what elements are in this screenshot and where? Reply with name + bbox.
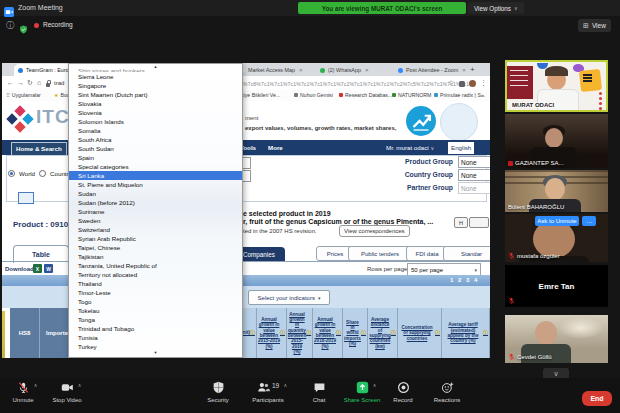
- tab-close-icon[interactable]: ×: [299, 67, 303, 73]
- browser-tab[interactable]: Post Attendee - Zoom×: [394, 64, 472, 76]
- link-button-fdi-data[interactable]: FDI data: [406, 246, 448, 261]
- hs-nomenclature-button-2[interactable]: [469, 217, 489, 228]
- table-header-cell[interactable]: Annual growth in quantity between 2015-2…: [287, 308, 313, 358]
- country-option[interactable]: Syrian Arab Republic: [69, 234, 242, 243]
- word-download-icon[interactable]: W: [44, 264, 53, 273]
- extensions-icon[interactable]: [459, 81, 465, 87]
- toolbar-chat-button[interactable]: Chat: [296, 381, 342, 403]
- view-correspondences-button[interactable]: View correspondences: [339, 225, 410, 237]
- table-header-cell[interactable]: Annual growth in value between 2018-2019…: [313, 308, 343, 358]
- pagination[interactable]: 1 2 3 4: [450, 277, 479, 283]
- country-option[interactable]: Special categories: [69, 162, 242, 171]
- toolbar-security-button[interactable]: Security: [195, 381, 241, 403]
- country-option[interactable]: Timor-Leste: [69, 288, 242, 297]
- excel-download-icon[interactable]: X: [33, 264, 42, 273]
- encryption-shield-icon[interactable]: [19, 20, 28, 29]
- country-option[interactable]: Togo: [69, 297, 242, 306]
- tab-close-icon[interactable]: ×: [365, 67, 369, 73]
- table-header-cell[interactable]: HS8: [10, 308, 40, 358]
- profile-avatar[interactable]: [469, 80, 476, 87]
- end-meeting-button[interactable]: End: [582, 391, 612, 406]
- country-option[interactable]: Sweden: [69, 216, 242, 225]
- country-option[interactable]: Tonga: [69, 315, 242, 324]
- browser-tab[interactable]: Market Access Map×: [236, 64, 320, 76]
- select-indicators-button[interactable]: Select your indicators ▾: [248, 290, 330, 305]
- country-option[interactable]: Slovakia: [69, 99, 242, 108]
- info-icon[interactable]: ⓘ: [483, 330, 488, 336]
- toolbar-participants-button[interactable]: 19∧Participants: [245, 381, 291, 403]
- toolbar-stop-video-button[interactable]: ∧Stop Video: [44, 381, 90, 403]
- chevron-up-icon[interactable]: ∧: [373, 382, 377, 388]
- country-option[interactable]: Sudan (before 2012): [69, 198, 242, 207]
- form-group-input[interactable]: None: [458, 169, 490, 181]
- country-option[interactable]: Somalia: [69, 126, 242, 135]
- link-button-public-tenders[interactable]: Public tenders: [348, 246, 412, 261]
- participant-tile[interactable]: GAZIANTEP SA...: [505, 114, 608, 168]
- country-option[interactable]: Taipei, Chinese: [69, 243, 242, 252]
- info-icon[interactable]: ⓘ: [6, 20, 14, 31]
- form-widget-icon[interactable]: [18, 192, 34, 204]
- country-radio[interactable]: [39, 170, 46, 177]
- back-icon[interactable]: ←: [7, 79, 14, 86]
- info-icon[interactable]: ⓘ: [280, 330, 285, 336]
- more-options-button[interactable]: ⋯: [582, 216, 596, 226]
- info-icon[interactable]: ⓘ: [361, 330, 366, 336]
- toolbar-unmute-button[interactable]: ∧Unmute: [0, 381, 46, 403]
- bookmark-item[interactable]: »: [481, 92, 484, 98]
- info-icon[interactable]: ⓘ: [435, 330, 440, 336]
- participant-tile[interactable]: Bülent BAHAROĞLU: [505, 170, 608, 212]
- toolbar-reactions-button[interactable]: Reactions: [424, 381, 470, 403]
- ask-to-unmute-button[interactable]: Ask to Unmute: [535, 216, 579, 226]
- nav-home-search[interactable]: Home & Search: [11, 142, 67, 156]
- url-text[interactable]: trad: [54, 80, 64, 86]
- nav-user-menu[interactable]: Mr. murat odaci ∨: [386, 144, 434, 151]
- scroll-down-icon[interactable]: ▼: [69, 350, 242, 356]
- country-option[interactable]: Switzerland: [69, 225, 242, 234]
- scroll-up-icon[interactable]: ▲: [69, 64, 242, 70]
- forward-icon[interactable]: →: [17, 79, 24, 86]
- participant-tile[interactable]: Cevdet Güllü: [505, 315, 608, 363]
- gallery-view-button[interactable]: ⊞ View: [578, 19, 611, 32]
- bookmark-item[interactable]: NATURNORM: [392, 92, 431, 98]
- toolbar-share-screen-button[interactable]: ∧Share Screen: [339, 381, 385, 403]
- table-header-cell[interactable]: Average distance of supplying countries …: [368, 308, 398, 358]
- country-option[interactable]: St. Pierre and Miquelon: [69, 180, 242, 189]
- country-option[interactable]: Sudan: [69, 189, 242, 198]
- country-option[interactable]: Tanzania, United Republic of: [69, 261, 242, 270]
- country-option[interactable]: Sierra Leone: [69, 72, 242, 81]
- bookmark-item[interactable]: Primulae radix | S...: [434, 92, 485, 98]
- info-icon[interactable]: ⓘ: [336, 330, 341, 336]
- table-header-cell[interactable]: Concentration of supplying countries ⓘ: [398, 308, 442, 358]
- bookmark-item[interactable]: ⠿Uygulamalar: [6, 92, 41, 98]
- tab-close-icon[interactable]: ×: [462, 67, 466, 73]
- participant-tile[interactable]: Emre Tan: [505, 265, 608, 307]
- country-option[interactable]: Sri Lanka: [69, 171, 242, 180]
- bookmark-item[interactable]: Nuhun Gemisi: [294, 92, 333, 98]
- chevron-up-icon[interactable]: ∧: [283, 382, 287, 388]
- hs-nomenclature-button[interactable]: H: [454, 217, 468, 228]
- country-option[interactable]: South Sudan: [69, 144, 242, 153]
- form-group-input[interactable]: None: [458, 156, 490, 168]
- table-header-cell[interactable]: Annual growth in value between 2015-2019…: [257, 308, 287, 358]
- participant-tile[interactable]: MURAT ODACI: [505, 60, 608, 112]
- country-option[interactable]: Singapore: [69, 81, 242, 90]
- chevron-up-icon[interactable]: ∧: [34, 382, 38, 388]
- country-option[interactable]: Tajikistan: [69, 252, 242, 261]
- country-option[interactable]: Trinidad and Tobago: [69, 324, 242, 333]
- info-icon[interactable]: ⓘ: [391, 330, 396, 336]
- country-option[interactable]: Thailand: [69, 279, 242, 288]
- link-button-standar[interactable]: Standar: [443, 246, 490, 261]
- country-option[interactable]: Sint Maarten (Dutch part): [69, 90, 242, 99]
- country-option[interactable]: Solomon Islands: [69, 117, 242, 126]
- view-options-button[interactable]: View Options ∨: [468, 2, 524, 14]
- bookmark-item[interactable]: Research Databas...: [339, 92, 392, 98]
- country-option[interactable]: Territory not allocated: [69, 270, 242, 279]
- country-option[interactable]: Slovenia: [69, 108, 242, 117]
- toolbar-record-button[interactable]: Record: [380, 381, 426, 403]
- participant-tile[interactable]: Ask to Unmute⋯mustafa özgüler: [505, 214, 608, 262]
- browser-menu-icon[interactable]: ⋮: [480, 79, 487, 87]
- bookmark-star-icon[interactable]: ☆: [448, 79, 454, 87]
- language-select[interactable]: English: [448, 142, 474, 154]
- browser-tab[interactable]: (2) WhatsApp×: [316, 64, 398, 76]
- info-icon[interactable]: ⓘ: [306, 330, 311, 336]
